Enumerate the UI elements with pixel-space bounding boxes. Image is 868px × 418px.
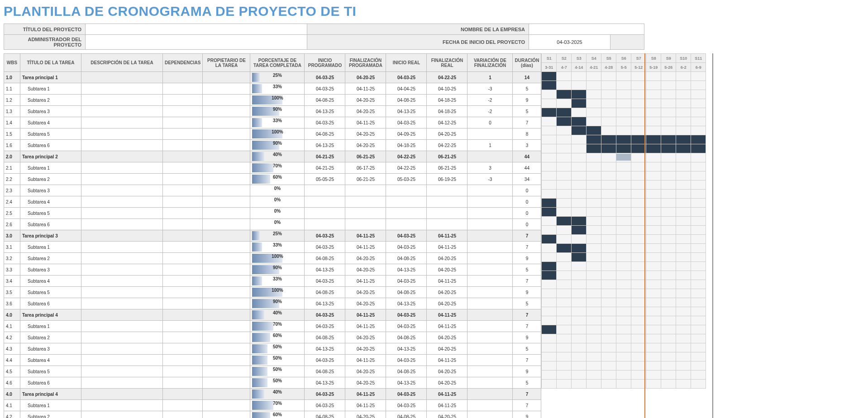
- cell-desc[interactable]: [81, 309, 163, 321]
- cell-dur[interactable]: 7: [513, 309, 541, 321]
- table-row[interactable]: 1.1Subtarea 133%04-03-2504-11-2504-04-25…: [4, 83, 541, 95]
- table-row[interactable]: 3.3Subtarea 390%04-13-2504-20-2504-13-25…: [4, 264, 541, 276]
- cell-var[interactable]: 3: [467, 162, 513, 174]
- cell-pct[interactable]: 0%: [250, 196, 305, 208]
- cell-task-title[interactable]: Subtarea 2: [20, 332, 81, 343]
- cell-sched-end[interactable]: 06-21-25: [345, 151, 386, 162]
- cell-wbs[interactable]: 4.0: [4, 389, 20, 400]
- cell-real-start[interactable]: 04-13-25: [386, 298, 427, 309]
- cell-sched-end[interactable]: 04-11-25: [345, 309, 386, 321]
- cell-owner[interactable]: [203, 321, 250, 332]
- table-row[interactable]: 3.0Tarea principal 325%04-03-2504-11-250…: [4, 230, 541, 242]
- cell-real-start[interactable]: 04-03-25: [386, 276, 427, 287]
- cell-owner[interactable]: [203, 208, 250, 219]
- cell-task-title[interactable]: Subtarea 3: [20, 106, 81, 117]
- cell-task-title[interactable]: Subtarea 6: [20, 140, 81, 151]
- cell-sched-start[interactable]: 05-05-25: [305, 174, 345, 185]
- cell-real-start[interactable]: [386, 196, 427, 208]
- cell-desc[interactable]: [81, 174, 163, 185]
- cell-wbs[interactable]: 2.6: [4, 219, 20, 230]
- cell-owner[interactable]: [203, 298, 250, 309]
- cell-real-end[interactable]: 04-20-25: [427, 298, 467, 309]
- cell-owner[interactable]: [203, 151, 250, 162]
- cell-pct[interactable]: 0%: [250, 185, 305, 196]
- table-row[interactable]: 4.1Subtarea 170%04-03-2504-11-2504-03-25…: [4, 400, 541, 411]
- cell-real-end[interactable]: 04-11-25: [427, 321, 467, 332]
- cell-dur[interactable]: 9: [513, 332, 541, 343]
- cell-desc[interactable]: [81, 106, 163, 117]
- cell-var[interactable]: -2: [467, 106, 513, 117]
- cell-var[interactable]: [467, 230, 513, 242]
- table-row[interactable]: 2.0Tarea principal 240%04-21-2506-21-250…: [4, 151, 541, 162]
- cell-sched-start[interactable]: 04-08-25: [305, 366, 345, 377]
- cell-var[interactable]: 1: [467, 72, 513, 83]
- cell-pct[interactable]: 100%: [250, 128, 305, 140]
- cell-task-title[interactable]: Subtarea 5: [20, 128, 81, 140]
- cell-real-end[interactable]: 04-11-25: [427, 309, 467, 321]
- cell-owner[interactable]: [203, 287, 250, 298]
- cell-real-start[interactable]: [386, 219, 427, 230]
- cell-var[interactable]: -3: [467, 83, 513, 95]
- cell-wbs[interactable]: 2.2: [4, 174, 20, 185]
- cell-dep[interactable]: [163, 230, 203, 242]
- cell-real-end[interactable]: 04-12-25: [427, 117, 467, 128]
- cell-real-start[interactable]: 04-03-25: [386, 230, 427, 242]
- cell-task-title[interactable]: Subtarea 3: [20, 343, 81, 355]
- cell-pct[interactable]: 90%: [250, 106, 305, 117]
- cell-sched-end[interactable]: 04-11-25: [345, 276, 386, 287]
- cell-owner[interactable]: [203, 242, 250, 253]
- cell-sched-start[interactable]: 04-03-25: [305, 309, 345, 321]
- cell-sched-start[interactable]: [305, 219, 345, 230]
- cell-real-start[interactable]: 04-08-25: [386, 366, 427, 377]
- cell-real-end[interactable]: 04-20-25: [427, 411, 467, 418]
- cell-task-title[interactable]: Subtarea 5: [20, 208, 81, 219]
- cell-var[interactable]: [467, 411, 513, 418]
- cell-pct[interactable]: 33%: [250, 117, 305, 128]
- cell-dur[interactable]: 5: [513, 343, 541, 355]
- table-row[interactable]: 4.0Tarea principal 440%04-03-2504-11-250…: [4, 309, 541, 321]
- table-row[interactable]: 1.2Subtarea 2100%04-08-2504-20-2504-08-2…: [4, 95, 541, 106]
- cell-wbs[interactable]: 3.4: [4, 276, 20, 287]
- cell-sched-start[interactable]: 04-03-25: [305, 276, 345, 287]
- cell-desc[interactable]: [81, 321, 163, 332]
- cell-pct[interactable]: 70%: [250, 400, 305, 411]
- cell-sched-start[interactable]: 04-21-25: [305, 162, 345, 174]
- cell-real-start[interactable]: [386, 208, 427, 219]
- cell-dur[interactable]: 5: [513, 83, 541, 95]
- cell-wbs[interactable]: 4.1: [4, 400, 20, 411]
- cell-wbs[interactable]: 1.4: [4, 117, 20, 128]
- cell-wbs[interactable]: 2.1: [4, 162, 20, 174]
- col-task-title[interactable]: TÍTULO DE LA TAREA: [20, 54, 81, 72]
- cell-task-title[interactable]: Subtarea 4: [20, 196, 81, 208]
- cell-dep[interactable]: [163, 95, 203, 106]
- cell-sched-start[interactable]: 04-03-25: [305, 242, 345, 253]
- cell-wbs[interactable]: 1.0: [4, 72, 20, 83]
- cell-sched-end[interactable]: 04-20-25: [345, 95, 386, 106]
- cell-owner[interactable]: [203, 72, 250, 83]
- cell-sched-start[interactable]: 04-08-25: [305, 253, 345, 264]
- cell-sched-start[interactable]: [305, 196, 345, 208]
- cell-sched-end[interactable]: 04-11-25: [345, 389, 386, 400]
- table-row[interactable]: 4.6Subtarea 650%04-13-2504-20-2504-13-25…: [4, 377, 541, 389]
- cell-dep[interactable]: [163, 219, 203, 230]
- cell-var[interactable]: [467, 242, 513, 253]
- table-row[interactable]: 1.5Subtarea 5100%04-08-2504-20-2504-09-2…: [4, 128, 541, 140]
- cell-sched-start[interactable]: 04-13-25: [305, 106, 345, 117]
- cell-sched-end[interactable]: 04-20-25: [345, 140, 386, 151]
- cell-dep[interactable]: [163, 162, 203, 174]
- cell-dep[interactable]: [163, 83, 203, 95]
- cell-sched-start[interactable]: 04-13-25: [305, 264, 345, 276]
- cell-var[interactable]: [467, 287, 513, 298]
- cell-real-start[interactable]: 04-03-25: [386, 72, 427, 83]
- cell-dur[interactable]: 5: [513, 264, 541, 276]
- cell-owner[interactable]: [203, 95, 250, 106]
- cell-sched-end[interactable]: 04-20-25: [345, 128, 386, 140]
- cell-task-title[interactable]: Subtarea 3: [20, 185, 81, 196]
- cell-sched-start[interactable]: [305, 185, 345, 196]
- cell-real-end[interactable]: 04-18-25: [427, 95, 467, 106]
- cell-desc[interactable]: [81, 83, 163, 95]
- cell-owner[interactable]: [203, 377, 250, 389]
- meta-project-title-value[interactable]: [86, 24, 307, 35]
- cell-wbs[interactable]: 1.6: [4, 140, 20, 151]
- cell-real-end[interactable]: 04-20-25: [427, 287, 467, 298]
